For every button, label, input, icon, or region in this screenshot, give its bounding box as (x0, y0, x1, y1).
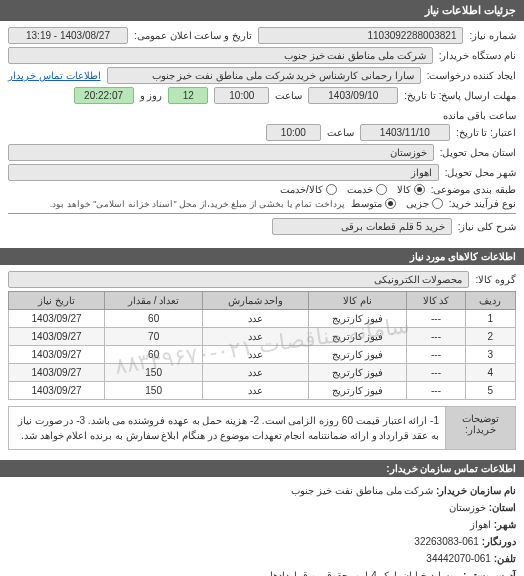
table-cell: 1403/09/27 (9, 328, 105, 346)
table-header: کد کالا (407, 292, 465, 310)
desc-label: توضیحات خریدار: (445, 407, 515, 449)
announce-field: 1403/08/27 - 13:19 (8, 27, 128, 44)
table-cell: --- (407, 382, 465, 400)
table-cell: 1 (465, 310, 515, 328)
table-cell: عدد (203, 328, 308, 346)
table-cell: فیوز کارتریج (308, 310, 407, 328)
table-row: 2---فیوز کارتریجعدد701403/09/27 (9, 328, 516, 346)
process-note: پرداخت تمام یا بخشی از مبلغ خرید،از محل … (50, 199, 345, 209)
table-cell: 4 (465, 364, 515, 382)
page-header: جزئیات اطلاعات نیاز (0, 0, 524, 21)
table-cell: عدد (203, 310, 308, 328)
buyer-org-field: شرکت ملی مناطق نفت خیز جنوب (8, 47, 433, 64)
table-cell: 3 (465, 346, 515, 364)
category-radio-group: کالا خدمت کالا/خدمت (280, 184, 425, 195)
deadline-time-field: 10:00 (214, 87, 269, 104)
radio-both[interactable]: کالا/خدمت (280, 184, 337, 195)
table-cell: عدد (203, 364, 308, 382)
table-cell: 60 (105, 346, 203, 364)
contact-province: خوزستان (449, 502, 486, 513)
table-cell: --- (407, 364, 465, 382)
contact-phone-label: دورنگار: (482, 536, 516, 547)
radio-service[interactable]: خدمت (347, 184, 387, 195)
table-cell: 150 (105, 382, 203, 400)
category-label: طبقه بندی موضوعی: (431, 184, 516, 195)
table-header: نام کالا (308, 292, 407, 310)
radio-goods[interactable]: کالا (397, 184, 425, 195)
contact-fax: 061-34442070 (426, 553, 491, 564)
city-field: اهواز (8, 164, 439, 181)
radio-icon (376, 184, 387, 195)
contact-fax-label: تلفن: (494, 553, 516, 564)
contact-address-label: آدرس پستی: (463, 570, 516, 576)
request-no-field: 1103092288003821 (258, 27, 464, 44)
deadline-label: مهلت ارسال پاسخ: تا تاریخ: (404, 90, 516, 101)
table-cell: --- (407, 328, 465, 346)
table-cell: فیوز کارتریج (308, 346, 407, 364)
table-cell: 1403/09/27 (9, 364, 105, 382)
table-row: 1---فیوز کارتریجعدد601403/09/27 (9, 310, 516, 328)
days-remaining-label: روز و (140, 90, 163, 101)
validity-label: اعتبار: تا تاریخ: (456, 127, 516, 138)
table-header: تاریخ نیاز (9, 292, 105, 310)
radio-icon (326, 184, 337, 195)
time-label-2: ساعت (327, 127, 354, 138)
requester-field: سارا رحمانی کارشناس خرید شرکت ملی مناطق … (107, 67, 421, 84)
subject-label: شرح کلی نیاز: (458, 221, 516, 232)
table-cell: 1403/09/27 (9, 346, 105, 364)
contact-org: شرکت ملی مناطق نفت خیز جنوب (291, 485, 433, 496)
province-field: خوزستان (8, 144, 434, 161)
radio-icon (414, 184, 425, 195)
table-cell: فیوز کارتریج (308, 382, 407, 400)
table-cell: --- (407, 346, 465, 364)
table-cell: عدد (203, 346, 308, 364)
table-row: 4---فیوز کارتریجعدد1501403/09/27 (9, 364, 516, 382)
province-label: استان محل تحویل: (440, 147, 516, 158)
contact-province-label: استان: (489, 502, 516, 513)
contact-city-label: شهر: (494, 519, 516, 530)
table-cell: 70 (105, 328, 203, 346)
group-label: گروه کالا: (475, 274, 516, 285)
table-cell: 60 (105, 310, 203, 328)
contact-link[interactable]: اطلاعات تماس خریدار (8, 70, 101, 81)
deadline-date-field: 1403/09/10 (308, 87, 398, 104)
table-cell: عدد (203, 382, 308, 400)
countdown-field: 20:22:07 (74, 87, 134, 104)
goods-table: ردیفکد کالانام کالاواحد شمارشتعداد / مقد… (8, 291, 516, 400)
radio-icon (385, 198, 396, 209)
radio-small[interactable]: جزیی (406, 198, 443, 209)
header-title: جزئیات اطلاعات نیاز (425, 4, 516, 16)
group-field: محصولات الکترونیکی (8, 271, 469, 288)
contact-address: بیوساید خیابان پارک 4 امور حقوقی و قرارد… (270, 570, 460, 576)
days-remaining-field: 12 (168, 87, 208, 104)
table-cell: 5 (465, 382, 515, 400)
table-row: 3---فیوز کارتریجعدد601403/09/27 (9, 346, 516, 364)
table-row: 5---فیوز کارتریجعدد1501403/09/27 (9, 382, 516, 400)
requester-label: ایجاد کننده درخواست: (427, 70, 516, 81)
buyer-description: توضیحات خریدار: 1- ارائه اعتبار قیمت 60 … (8, 406, 516, 450)
table-cell: 1403/09/27 (9, 382, 105, 400)
validity-date-field: 1403/11/10 (360, 124, 450, 141)
table-cell: فیوز کارتریج (308, 364, 407, 382)
radio-icon (432, 198, 443, 209)
table-header: واحد شمارش (203, 292, 308, 310)
desc-content: 1- ارائه اعتبار قیمت 60 روزه الزامی است.… (9, 407, 445, 449)
buyer-org-label: نام دستگاه خریدار: (439, 50, 516, 61)
subject-field: خرید 5 قلم قطعات برقی (272, 218, 452, 235)
countdown-suffix: ساعت باقی مانده (443, 110, 516, 121)
table-cell: 150 (105, 364, 203, 382)
time-label-1: ساعت (275, 90, 302, 101)
table-header: ردیف (465, 292, 515, 310)
table-cell: 2 (465, 328, 515, 346)
announce-label: تاریخ و ساعت اعلان عمومی: (134, 30, 252, 41)
form-section: شماره نیاز: 1103092288003821 تاریخ و ساع… (0, 21, 524, 244)
table-cell: فیوز کارتریج (308, 328, 407, 346)
radio-medium[interactable]: متوسط (351, 198, 396, 209)
validity-time-field: 10:00 (266, 124, 321, 141)
table-header: تعداد / مقدار (105, 292, 203, 310)
contact-org-label: نام سازمان خریدار: (436, 485, 516, 496)
contact-section-title: اطلاعات تماس سازمان خریدار: (0, 460, 524, 477)
process-radio-group: جزیی متوسط (351, 198, 443, 209)
contact-phone: 061-32263083 (414, 536, 479, 547)
request-no-label: شماره نیاز: (469, 30, 516, 41)
